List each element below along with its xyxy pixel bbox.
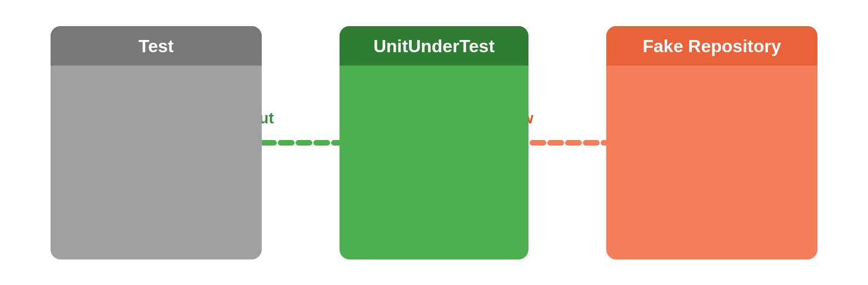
uut-title: UnitUnderTest [373,36,495,56]
diagram: Output Flow Test UnitUnderTest Fake Repo… [17,15,851,271]
uut-box: UnitUnderTest [340,26,528,259]
fake-box-header: Fake Repository [606,26,817,66]
test-box-header: Test [51,26,262,66]
fake-title: Fake Repository [643,36,781,56]
test-title: Test [138,36,173,56]
uut-box-header: UnitUnderTest [340,26,528,66]
test-box: Test [51,26,262,259]
fake-box: Fake Repository [606,26,817,259]
